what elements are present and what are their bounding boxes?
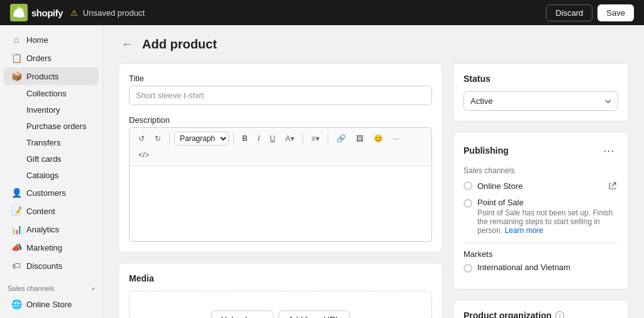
- sidebar-item-inventory[interactable]: Inventory: [4, 102, 99, 118]
- status-select[interactable]: Active Draft: [464, 91, 618, 111]
- sidebar-item-catalogs[interactable]: Catalogs: [4, 168, 99, 183]
- shopify-logo-icon: [10, 4, 28, 21]
- product-org-title: Product organization: [464, 310, 552, 318]
- online-store-share-icon[interactable]: [607, 180, 618, 191]
- rte-link-button[interactable]: 🔗: [333, 132, 350, 145]
- rte-code-button[interactable]: </>: [135, 148, 153, 162]
- sidebar-item-content[interactable]: 📝 Content: [4, 202, 99, 220]
- sidebar-item-online-store[interactable]: 🌐 Online Store: [4, 295, 99, 313]
- sales-channels-label-text: Sales channels: [8, 285, 55, 292]
- status-title: Status: [464, 74, 618, 84]
- topbar: shopify ⚠ Unsaved product Discard Save: [0, 0, 644, 25]
- sidebar-item-collections[interactable]: Collections: [4, 86, 99, 101]
- online-store-channel-info: Online Store: [477, 180, 618, 191]
- rte-font-color-button[interactable]: A▾: [282, 132, 298, 145]
- sidebar-item-purchase-orders-label: Purchase orders: [26, 122, 86, 131]
- publishing-more-button[interactable]: ⋯: [599, 142, 618, 159]
- title-label: Title: [129, 74, 432, 83]
- rte-body[interactable]: [129, 166, 432, 242]
- customers-icon: 👤: [11, 188, 21, 198]
- sales-channels-section: Sales channels + 🌐 Online Store 🛒 Point …: [0, 282, 103, 318]
- sidebar-item-orders[interactable]: 📋 Orders: [4, 49, 99, 67]
- rte-image-button[interactable]: 🖼: [352, 132, 367, 145]
- rte-emoji-button[interactable]: 😊: [370, 132, 387, 145]
- description-field-group: Description ↺ ↻ Paragraph B: [129, 115, 432, 242]
- warning-icon: ⚠: [70, 8, 78, 18]
- sidebar-item-transfers-label: Transfers: [26, 138, 60, 147]
- rte-align-button[interactable]: ≡▾: [308, 132, 323, 145]
- sidebar-item-customers[interactable]: 👤 Customers: [4, 184, 99, 202]
- sidebar-item-home-label: Home: [26, 35, 48, 45]
- pos-channel: Point of Sale Point of Sale has not been…: [464, 198, 618, 235]
- markets-section: Markets International and Vietnam: [464, 242, 618, 273]
- topbar-actions: Discard Save: [546, 4, 634, 21]
- product-org-card: Product organization i Product category …: [453, 300, 629, 318]
- sidebar-item-analytics[interactable]: 📊 Analytics: [4, 220, 99, 238]
- online-store-channel-header: Online Store: [477, 180, 618, 191]
- topbar-title: ⚠ Unsaved product: [70, 8, 145, 18]
- title-input[interactable]: [129, 86, 432, 105]
- online-store-radio: [464, 181, 472, 190]
- sidebar-item-purchase-orders[interactable]: Purchase orders: [4, 118, 99, 134]
- rte-divider-2: [233, 133, 234, 144]
- right-panel: Status Active Draft Publishing ⋯ Sales c…: [453, 63, 629, 318]
- products-icon: 📦: [11, 71, 21, 81]
- media-title: Media: [129, 273, 432, 283]
- unsaved-label: Unsaved product: [83, 8, 145, 18]
- product-org-info-icon[interactable]: i: [555, 311, 564, 318]
- add-from-url-button[interactable]: Add from URL: [279, 310, 349, 318]
- sidebar-item-analytics-label: Analytics: [26, 225, 59, 234]
- sidebar-item-point-of-sale[interactable]: 🛒 Point of Sale: [4, 314, 99, 318]
- sidebar-item-catalogs-label: Catalogs: [26, 171, 58, 180]
- discard-button[interactable]: Discard: [546, 4, 592, 21]
- pos-channel-info: Point of Sale Point of Sale has not been…: [477, 198, 618, 235]
- sidebar-item-marketing-label: Marketing: [26, 243, 62, 253]
- sales-channels-section-label: Sales channels +: [0, 282, 103, 295]
- sidebar-item-gift-cards-label: Gift cards: [26, 154, 62, 164]
- sidebar-item-gift-cards[interactable]: Gift cards: [4, 151, 99, 167]
- app-body: ⌂ Home 📋 Orders 📦 Products Collections I…: [0, 25, 644, 318]
- sales-channels-label: Sales channels: [464, 166, 618, 175]
- shopify-text: shopify: [31, 8, 63, 18]
- content-grid: Title Description ↺ ↻ Paragraph: [118, 63, 629, 318]
- learn-more-link[interactable]: Learn more: [504, 226, 543, 235]
- sidebar-item-inventory-label: Inventory: [26, 105, 60, 115]
- sidebar-item-transfers[interactable]: Transfers: [4, 135, 99, 150]
- online-store-channel: Online Store: [464, 180, 618, 191]
- publishing-header: Publishing ⋯: [464, 142, 618, 159]
- rte-underline-button[interactable]: U: [266, 132, 279, 145]
- publishing-card: Publishing ⋯ Sales channels Online Store: [453, 132, 629, 290]
- page-header: ← Add product: [118, 35, 629, 53]
- international-radio: [464, 264, 472, 273]
- back-button[interactable]: ←: [118, 35, 136, 53]
- rte-bold-button[interactable]: B: [238, 132, 252, 145]
- international-label: International and Vietnam: [477, 263, 570, 272]
- rte-undo-button[interactable]: ↺: [135, 132, 148, 145]
- sidebar-item-products[interactable]: 📦 Products: [4, 67, 99, 85]
- rte-divider-1: [169, 133, 170, 144]
- rte-paragraph-select[interactable]: Paragraph: [174, 132, 229, 145]
- sidebar-item-content-label: Content: [26, 207, 55, 216]
- rte-italic-button[interactable]: I: [254, 132, 264, 145]
- main-content: ← Add product Title Description: [103, 25, 644, 318]
- sidebar-item-products-label: Products: [26, 72, 58, 81]
- sidebar-item-discounts-label: Discounts: [26, 261, 62, 271]
- content-icon: 📝: [11, 206, 21, 216]
- sidebar-item-marketing[interactable]: 📣 Marketing: [4, 239, 99, 256]
- international-market: International and Vietnam: [464, 263, 618, 273]
- sidebar-item-orders-label: Orders: [26, 54, 52, 63]
- sidebar: ⌂ Home 📋 Orders 📦 Products Collections I…: [0, 25, 103, 318]
- sidebar-item-collections-label: Collections: [26, 89, 67, 98]
- publishing-title: Publishing: [464, 145, 509, 156]
- expand-icon[interactable]: +: [91, 285, 95, 292]
- topbar-left: shopify ⚠ Unsaved product: [10, 4, 145, 21]
- save-button[interactable]: Save: [597, 4, 634, 21]
- title-field-group: Title: [129, 74, 432, 115]
- rte-more-button[interactable]: ···: [389, 132, 403, 145]
- upload-new-button[interactable]: Upload new: [211, 310, 274, 318]
- sidebar-item-home[interactable]: ⌂ Home: [4, 31, 99, 48]
- product-org-header: Product organization i: [464, 310, 618, 318]
- rte-redo-button[interactable]: ↻: [151, 132, 165, 145]
- sidebar-item-discounts[interactable]: 🏷 Discounts: [4, 257, 99, 275]
- page-title: Add product: [142, 37, 217, 52]
